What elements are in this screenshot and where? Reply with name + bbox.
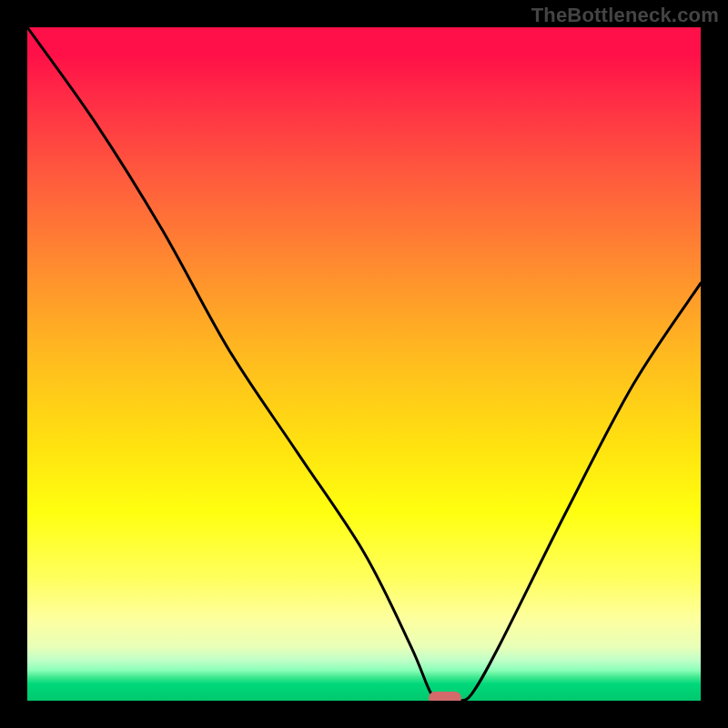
optimal-marker (429, 692, 461, 701)
watermark-text: TheBottleneck.com (531, 4, 719, 27)
chart-container: TheBottleneck.com (0, 0, 728, 728)
bottleneck-curve (27, 27, 701, 701)
plot-area (27, 27, 701, 701)
